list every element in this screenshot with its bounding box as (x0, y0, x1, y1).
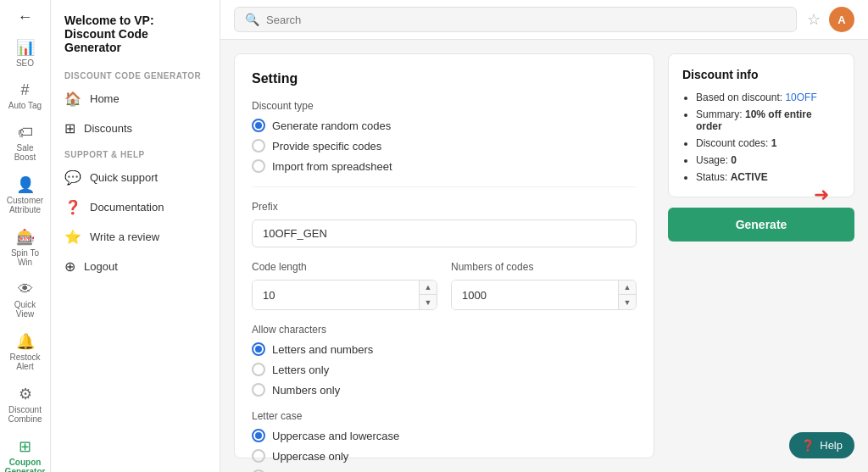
quick-support-icon: 💬 (64, 169, 81, 186)
status-value: ACTIVE (731, 171, 768, 183)
favorite-icon[interactable]: ☆ (807, 10, 821, 29)
letter-case-label: Letter case (252, 410, 637, 422)
discount-combine-icon: ⚙ (19, 385, 32, 403)
radio-generate-random[interactable]: Generate random codes (252, 119, 637, 132)
discount-type-label: Discount type (252, 100, 637, 112)
nav-section-label-discount: DISCOUNT CODE GENERATOR (51, 64, 220, 84)
sidebar-item-discount-combine[interactable]: ⚙ Discount Combine (3, 380, 47, 429)
radio-letters-only-circle (252, 363, 265, 376)
info-summary: Summary: 10% off entire order (696, 108, 840, 132)
code-numbers-row: Code length ▲ ▼ Numbers of codes (252, 261, 637, 310)
search-input[interactable] (266, 14, 786, 26)
help-circle-icon: ❓ (801, 439, 815, 452)
radio-uppercase-only[interactable]: Uppercase only (252, 449, 637, 463)
num-codes-label: Numbers of codes (451, 261, 637, 273)
help-button[interactable]: ❓ Help (789, 432, 854, 458)
logout-icon: ⊕ (64, 258, 75, 275)
customer-attribute-icon: 👤 (16, 175, 35, 194)
search-box[interactable]: 🔍 (234, 7, 797, 32)
radio-numbers-only[interactable]: Numbers only (252, 383, 637, 397)
sidebar-item-quick-view[interactable]: 👁 Quick View (3, 275, 47, 324)
code-length-spinner-btns: ▲ ▼ (419, 280, 437, 309)
home-icon: 🏠 (64, 91, 81, 107)
num-codes-group: Numbers of codes ▲ ▼ (451, 261, 637, 310)
restock-alert-icon: 🔔 (16, 332, 35, 351)
nav-item-home[interactable]: 🏠 Home (51, 84, 220, 114)
radio-uppercase-only-circle (252, 449, 265, 463)
discounts-icon: ⊞ (64, 120, 75, 136)
code-length-up-btn[interactable]: ▲ (420, 280, 437, 295)
prefix-input[interactable] (252, 219, 637, 247)
sidebar-item-coupon-generator[interactable]: ⊞ Coupon Generator (3, 432, 47, 472)
sidebar-item-customer-attribute[interactable]: 👤 Customer Attribute (3, 170, 47, 219)
topbar-actions: ☆ A (807, 7, 854, 32)
num-codes-input[interactable] (452, 280, 618, 309)
radio-provide-specific[interactable]: Provide specific codes (252, 139, 637, 153)
sidebar-item-spin-to-win[interactable]: 🎰 Spin To Win (3, 223, 47, 272)
quick-view-icon: 👁 (18, 280, 33, 298)
sidebar-item-sale-boost[interactable]: 🏷 Sale Boost (3, 119, 47, 167)
nav-item-write-review[interactable]: ⭐ Write a review (51, 222, 220, 252)
sidebar-item-restock-alert[interactable]: 🔔 Restock Alert (3, 327, 47, 376)
write-review-icon: ⭐ (64, 229, 81, 245)
code-length-input[interactable] (253, 280, 419, 309)
radio-letters-only[interactable]: Letters only (252, 363, 637, 376)
num-codes-spinner-btns: ▲ ▼ (618, 280, 636, 309)
num-codes-spinner: ▲ ▼ (451, 280, 637, 310)
nav-item-quick-support[interactable]: 💬 Quick support (51, 163, 220, 192)
seo-icon: 📊 (16, 38, 35, 57)
nav-section-label-support: SUPPORT & HELP (51, 143, 220, 163)
settings-title: Setting (252, 71, 637, 86)
documentation-icon: ❓ (64, 199, 81, 215)
code-length-spinner: ▲ ▼ (252, 280, 437, 310)
num-codes-down-btn[interactable]: ▼ (619, 295, 636, 309)
allow-chars-label: Allow characters (252, 324, 637, 336)
radio-upper-lower[interactable]: Uppercase and lowercase (252, 429, 637, 442)
discount-link[interactable]: 10OFF (785, 92, 816, 103)
radio-upper-lower-circle (252, 429, 265, 442)
nav-item-documentation[interactable]: ❓ Documentation (51, 192, 220, 222)
num-codes-up-btn[interactable]: ▲ (619, 280, 636, 295)
avatar: A (829, 7, 854, 32)
generate-button[interactable]: Generate (668, 208, 854, 242)
generate-section: ➜ Generate (668, 208, 854, 242)
content-area: Setting Discount type Generate random co… (220, 40, 868, 472)
info-panel: Discount info Based on discount: 10OFF S… (668, 53, 854, 458)
main-area: 🔍 ☆ A Setting Discount type Generate ran… (220, 0, 868, 472)
nav-sidebar: Welcome to VP: Discount Code Generator D… (51, 0, 220, 472)
info-based-on: Based on discount: 10OFF (696, 92, 840, 103)
spin-to-win-icon: 🎰 (16, 228, 35, 247)
auto-tag-icon: # (20, 81, 29, 99)
letter-case-group: Uppercase and lowercase Uppercase only L… (252, 429, 637, 472)
code-length-label: Code length (252, 261, 437, 273)
radio-letters-numbers[interactable]: Letters and numbers (252, 342, 637, 356)
back-button[interactable]: ← (3, 8, 47, 26)
discount-type-group: Generate random codes Provide specific c… (252, 119, 637, 173)
info-codes: Discount codes: 1 (696, 137, 840, 149)
code-length-down-btn[interactable]: ▼ (420, 295, 437, 309)
prefix-label: Prefix (252, 201, 637, 213)
settings-panel: Setting Discount type Generate random co… (234, 53, 654, 458)
arrow-annotation: ➜ (814, 184, 829, 206)
nav-item-discounts[interactable]: ⊞ Discounts (51, 114, 220, 143)
nav-sidebar-title: Welcome to VP: Discount Code Generator (51, 14, 220, 64)
usage-value: 0 (731, 154, 737, 166)
info-status: Status: ACTIVE (696, 171, 840, 183)
radio-provide-specific-circle (252, 139, 265, 153)
sidebar-item-seo[interactable]: 📊 SEO (3, 33, 47, 73)
sale-boost-icon: 🏷 (18, 124, 33, 142)
icon-sidebar: ← 📊 SEO # Auto Tag 🏷 Sale Boost 👤 Custom… (0, 0, 51, 472)
codes-value: 1 (771, 137, 777, 149)
discount-info-list: Based on discount: 10OFF Summary: 10% of… (682, 92, 840, 183)
info-usage: Usage: 0 (696, 154, 840, 166)
radio-import-spreadsheet-circle (252, 159, 265, 173)
coupon-generator-icon: ⊞ (19, 437, 31, 456)
radio-numbers-only-circle (252, 383, 265, 397)
topbar: 🔍 ☆ A (220, 0, 868, 40)
nav-item-logout[interactable]: ⊕ Logout (51, 252, 220, 281)
discount-info-card: Discount info Based on discount: 10OFF S… (668, 53, 854, 197)
search-icon: 🔍 (245, 13, 259, 26)
sidebar-item-auto-tag[interactable]: # Auto Tag (3, 76, 47, 115)
radio-import-spreadsheet[interactable]: Import from spreadsheet (252, 159, 637, 173)
radio-letters-numbers-circle (252, 342, 265, 356)
